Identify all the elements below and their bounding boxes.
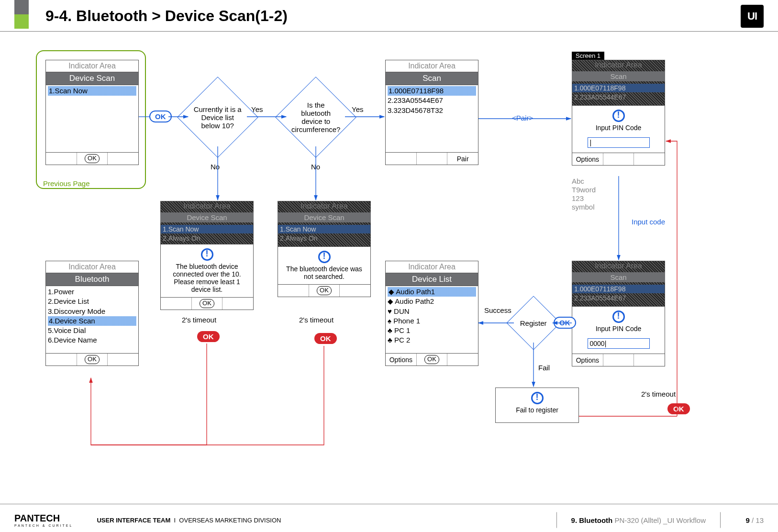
list-item[interactable]: ♣ PC 2 [388, 335, 476, 345]
popup-message: Input PIN Code [572, 325, 665, 336]
list-item-selected[interactable]: 1.000E07118F98 [388, 86, 476, 96]
ok-action-pill[interactable]: OK [554, 317, 576, 329]
ok-softkey[interactable]: OK [85, 355, 100, 364]
screen-title: Device Scan [46, 72, 138, 85]
list-item: 2.Always On [161, 234, 253, 242]
alert-icon [318, 251, 331, 263]
input-mode-abc: Abc [572, 177, 596, 186]
list-item-selected: 1.Scan Now [278, 225, 370, 233]
popup-not-found: The bluetooth device was not searched. O… [278, 246, 371, 297]
list-item[interactable]: 2.233A05544E67 [388, 96, 476, 105]
footer-team: USER INTERFACE TEAM I OVERSEAS MARKETING… [97, 517, 281, 524]
no-label: No [211, 163, 220, 171]
indicator-area-label: Indicator Area [278, 201, 371, 211]
options-softkey[interactable]: Options [572, 153, 603, 165]
popup-message: Input PIN Code [572, 124, 665, 135]
list-item-selected: 1.000E07118F98 [572, 84, 665, 92]
diagram-canvas: 9-4. Bluetooth > Device Scan(1-2) UI Pre… [0, 0, 778, 532]
screen-title: Device Scan [278, 212, 371, 222]
list-item: 2.233A05544E67 [572, 93, 665, 101]
footer-page: 9 / 13 [745, 516, 764, 524]
yes-label: Yes [251, 105, 263, 113]
popup-message: The bluetooth device connected over the … [161, 263, 253, 297]
input-code-label: Input code [632, 218, 665, 226]
list-item-selected[interactable]: 4.Device Scan [48, 316, 136, 326]
decision-text: Register [519, 319, 548, 327]
list-item[interactable]: ♥ DUN [388, 307, 476, 316]
indicator-area-label: Indicator Area [46, 60, 138, 72]
list-item: 2.233A05544E67 [572, 294, 665, 302]
decision-device-list-10: Currently it is a Device list below 10? [177, 77, 258, 158]
screen-device-scan: Indicator Area Device Scan 1.Scan Now OK [45, 60, 139, 165]
pin-input[interactable]: | [588, 137, 650, 148]
indicator-area-label: Indicator Area [386, 261, 478, 273]
screen-title: Bluetooth [46, 273, 138, 286]
footer-rule [0, 504, 778, 504]
alert-icon [531, 392, 544, 404]
screen-scan: Indicator Area Scan 1.000E07118F98 2.233… [385, 60, 478, 165]
pin-input[interactable]: 0000| [588, 338, 650, 349]
screen-title: Scan [572, 71, 665, 81]
ok-softkey[interactable]: OK [85, 154, 100, 163]
list-item: 2.Always On [278, 234, 370, 242]
popup-over10: The bluetooth device connected over the … [160, 244, 254, 310]
decision-bluetooth-circumference: Is the bluetooth device to circumference… [275, 77, 356, 158]
pair-action-label: <Pair> [512, 114, 533, 122]
list-item[interactable]: 6.Device Name [48, 335, 136, 345]
indicator-area-label: Indicator Area [46, 261, 138, 273]
ok-softkey[interactable]: OK [317, 286, 332, 295]
screen-device-list: Indicator Area Device List ◆ Audio Path1… [385, 261, 478, 366]
input-mode-symbol: symbol [572, 203, 596, 211]
screen-title: Scan [572, 272, 665, 282]
timeout-label: 2's timeout [641, 390, 676, 398]
screen-title: Scan [386, 72, 478, 85]
success-label: Success [484, 306, 511, 314]
indicator-area-label: Indicator Area [572, 60, 665, 70]
popup-fail-register: Fail to register [495, 388, 579, 423]
list-item-selected[interactable]: ◆ Audio Path1 [388, 287, 476, 297]
list-item-selected[interactable]: 1.Scan Now [48, 86, 136, 96]
list-item[interactable]: ♠ Phone 1 [388, 316, 476, 326]
decision-text: Is the bluetooth device to circumference… [291, 101, 341, 133]
yes-label: Yes [352, 105, 363, 113]
options-softkey[interactable]: Options [386, 354, 417, 366]
ok-softkey[interactable]: OK [200, 299, 214, 308]
list-item[interactable]: 2.Device List [48, 297, 136, 306]
options-softkey[interactable]: Options [572, 354, 603, 366]
ok-softkey[interactable]: OK [424, 355, 439, 364]
ok-action-pill[interactable]: OK [149, 111, 172, 122]
timeout-label: 2's timeout [299, 316, 333, 324]
list-item[interactable]: 5.Voice Dial [48, 326, 136, 335]
list-item-selected: 1.Scan Now [161, 225, 253, 233]
footer-section: 9. Bluetooth PN-320 (Alltel) _UI Workflo… [556, 512, 721, 528]
pantech-logo: PANTECH PANTECH & CURITEL [14, 513, 73, 527]
page-footer: PANTECH PANTECH & CURITEL USER INTERFACE… [0, 508, 778, 532]
list-item-selected: 1.000E07118F98 [572, 285, 665, 293]
page-title: 9-4. Bluetooth > Device Scan(1-2) [45, 7, 288, 25]
popup-message: The bluetooth device was not searched. [278, 265, 370, 284]
screen-title: Device List [386, 273, 478, 286]
list-item[interactable]: 1.Power [48, 287, 136, 297]
input-modes-list: Abc T9word 123 symbol [572, 177, 596, 211]
alert-icon [612, 110, 625, 122]
list-item[interactable]: 3.323D45678T32 [388, 106, 476, 115]
list-item[interactable]: 3.Discovery Mode [48, 307, 136, 316]
alert-icon [612, 310, 625, 323]
input-mode-t9: T9word [572, 186, 596, 194]
popup-pin-empty: Input PIN Code | Options [572, 105, 665, 166]
list-item[interactable]: ◆ Audio Path2 [388, 297, 476, 306]
indicator-area-label: Indicator Area [572, 261, 665, 271]
alert-icon [201, 248, 213, 261]
screen-bluetooth-menu: Indicator Area Bluetooth 1.Power 2.Devic… [45, 261, 139, 366]
ok-action-red[interactable]: OK [314, 333, 337, 344]
timeout-label: 2's timeout [182, 316, 216, 324]
indicator-area-label: Indicator Area [160, 201, 254, 211]
ok-action-red[interactable]: OK [197, 331, 220, 342]
ok-action-red[interactable]: OK [667, 403, 690, 414]
screen1-tag: Screen 1 [572, 52, 604, 60]
screen-title: Device Scan [160, 212, 254, 222]
list-item[interactable]: ♣ PC 1 [388, 326, 476, 335]
previous-page-label: Previous Page [43, 179, 90, 188]
pair-softkey[interactable]: Pair [447, 153, 478, 165]
header-rule [0, 31, 778, 32]
